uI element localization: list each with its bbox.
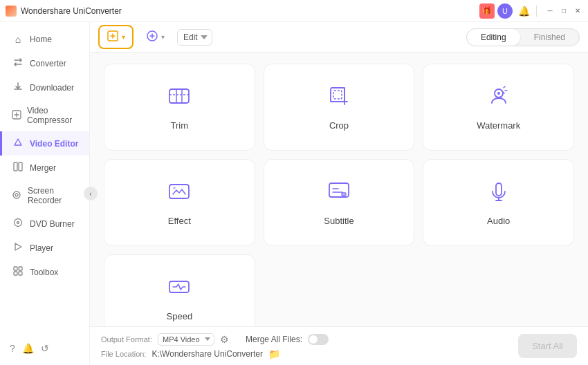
compressor-icon <box>12 110 21 122</box>
app-logo <box>6 6 17 17</box>
merge-all-toggle[interactable] <box>308 334 329 345</box>
title-bar-right: 🎁 U 🔔 ─ □ ✕ <box>479 3 582 19</box>
refresh-button[interactable]: ↺ <box>41 343 49 354</box>
sidebar: ⌂ Home Converter Downloader Video Compre… <box>0 22 90 365</box>
effect-card[interactable]: Effect <box>104 159 255 246</box>
sidebar-item-downloader[interactable]: Downloader <box>0 75 89 100</box>
sidebar-bottom: ? 🔔 ↺ <box>0 337 89 359</box>
separator <box>536 6 537 17</box>
audio-label: Audio <box>487 216 510 226</box>
sidebar-label-dvd-burner: DVD Burner <box>30 219 75 229</box>
watermark-icon <box>486 84 511 113</box>
bottom-bar: Output Format: MP4 Video ⚙ Merge All Fil… <box>90 326 588 365</box>
speed-label: Speed <box>167 311 193 321</box>
converter-icon <box>12 57 24 69</box>
sidebar-item-dvd-burner[interactable]: DVD Burner <box>0 212 89 236</box>
tab-group: Editing Finished <box>466 28 580 46</box>
sidebar-item-video-compressor[interactable]: Video Compressor <box>0 100 89 131</box>
sidebar-item-screen-recorder[interactable]: Screen Recorder <box>0 180 89 212</box>
svg-rect-11 <box>19 272 22 275</box>
sidebar-item-merger[interactable]: Merger <box>0 156 89 180</box>
grid-area: Trim Crop <box>90 53 588 326</box>
folder-icon[interactable]: 📁 <box>268 348 280 359</box>
close-button[interactable]: ✕ <box>573 6 582 16</box>
subtitle-card[interactable]: Subtitle <box>264 159 415 246</box>
title-bar: Wondershare UniConverter 🎁 U 🔔 ─ □ ✕ <box>0 0 588 22</box>
svg-rect-16 <box>333 91 342 99</box>
audio-icon <box>486 179 511 209</box>
watermark-card[interactable]: Watermark <box>423 64 574 151</box>
minimize-button[interactable]: ─ <box>545 6 555 16</box>
sidebar-label-home: Home <box>30 35 52 44</box>
sidebar-item-player[interactable]: Player <box>0 236 89 260</box>
svg-point-4 <box>15 194 18 196</box>
audio-card[interactable]: Audio <box>423 159 574 246</box>
merger-icon <box>12 162 24 174</box>
sidebar-label-downloader: Downloader <box>30 83 74 93</box>
speed-card[interactable]: Speed <box>104 254 255 326</box>
toolbar: ▾ ▾ Edit Editing Finished <box>90 22 588 53</box>
crop-card[interactable]: Crop <box>264 64 415 151</box>
add-scene-button[interactable]: ▾ <box>139 26 172 48</box>
sidebar-collapse-button[interactable]: ‹ <box>84 187 98 200</box>
card-grid: Trim Crop <box>104 64 574 326</box>
svg-rect-9 <box>19 267 22 270</box>
svg-rect-14 <box>169 89 189 103</box>
bell-button[interactable]: 🔔 <box>515 3 532 19</box>
downloader-icon <box>12 82 24 93</box>
avatar-button[interactable]: U <box>497 3 513 19</box>
effect-icon <box>167 179 192 209</box>
output-settings-icon[interactable]: ⚙ <box>220 334 229 345</box>
watermark-label: Watermark <box>477 120 520 131</box>
sidebar-item-converter[interactable]: Converter <box>0 51 89 75</box>
screen-recorder-icon <box>12 190 22 202</box>
svg-point-5 <box>15 219 22 227</box>
crop-label: Crop <box>329 120 349 131</box>
svg-rect-15 <box>331 88 344 102</box>
notification-button[interactable]: 🔔 <box>22 343 34 354</box>
svg-point-20 <box>173 187 176 189</box>
subtitle-icon <box>327 179 351 209</box>
player-icon <box>12 242 24 254</box>
app-title: Wondershare UniConverter <box>21 6 122 16</box>
svg-rect-19 <box>169 185 189 198</box>
svg-rect-2 <box>19 162 22 171</box>
tab-editing[interactable]: Editing <box>467 29 520 46</box>
help-button[interactable]: ? <box>10 343 15 354</box>
file-location-line: File Location: K:\Wondershare UniConvert… <box>101 348 507 359</box>
sidebar-item-toolbox[interactable]: Toolbox <box>0 260 89 284</box>
sidebar-label-player: Player <box>30 243 53 253</box>
sidebar-label-video-compressor: Video Compressor <box>27 106 80 125</box>
svg-marker-7 <box>15 243 21 250</box>
output-format-label: Output Format: <box>101 335 152 344</box>
start-all-button[interactable]: Start All <box>518 334 577 358</box>
sidebar-label-converter: Converter <box>30 59 66 68</box>
speed-icon <box>167 274 192 304</box>
output-format-line: Output Format: MP4 Video ⚙ Merge All Fil… <box>101 333 507 346</box>
sidebar-item-home[interactable]: ⌂ Home <box>0 28 89 51</box>
video-editor-icon <box>12 138 24 149</box>
add-scene-icon <box>146 30 158 44</box>
toolbox-icon <box>12 266 24 278</box>
edit-select[interactable]: Edit <box>177 29 212 46</box>
gift-button[interactable]: 🎁 <box>479 3 495 19</box>
maximize-button[interactable]: □ <box>559 6 569 16</box>
sidebar-label-video-editor: Video Editor <box>30 139 78 149</box>
home-icon: ⌂ <box>12 34 24 45</box>
sidebar-label-toolbox: Toolbox <box>30 268 58 277</box>
trim-icon <box>167 84 192 113</box>
add-file-icon <box>107 30 119 44</box>
trim-card[interactable]: Trim <box>104 64 255 151</box>
svg-rect-10 <box>14 272 17 275</box>
add-file-button[interactable]: ▾ <box>98 25 134 49</box>
effect-label: Effect <box>168 216 191 226</box>
sidebar-label-screen-recorder: Screen Recorder <box>28 186 80 205</box>
sidebar-item-video-editor[interactable]: Video Editor <box>0 131 89 156</box>
trim-label: Trim <box>171 120 189 131</box>
output-format-select[interactable]: MP4 Video <box>158 333 214 346</box>
svg-rect-1 <box>14 162 17 171</box>
svg-rect-8 <box>14 267 17 270</box>
app-body: ⌂ Home Converter Downloader Video Compre… <box>0 22 588 365</box>
tab-finished[interactable]: Finished <box>520 29 579 46</box>
merge-all-label: Merge All Files: <box>246 335 302 344</box>
